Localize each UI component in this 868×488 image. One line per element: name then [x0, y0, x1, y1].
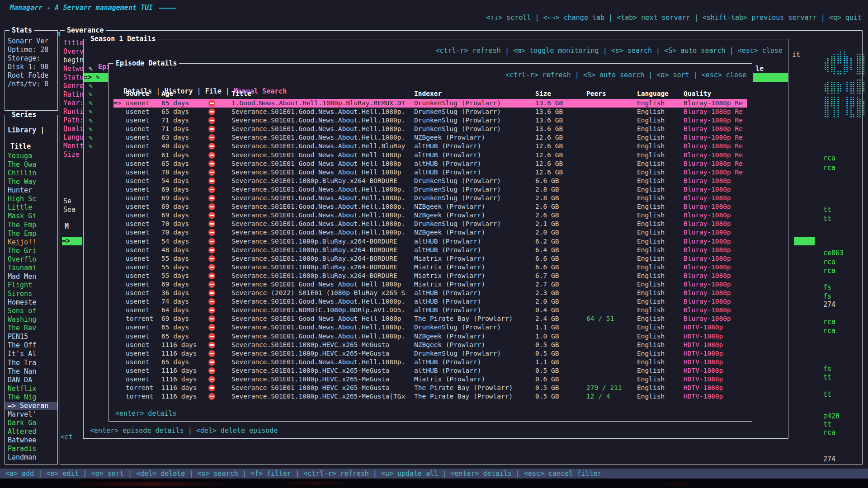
release-row[interactable]: usenet 61 days Severance.S01E01 Good New…	[113, 151, 747, 160]
series-list-item[interactable]: The Nan	[5, 367, 57, 376]
series-list-item[interactable]: Washing	[5, 315, 57, 324]
release-row[interactable]: usenet 55 days Severance.S01E01.1080p.Bl…	[113, 272, 747, 280]
series-list-item[interactable]: Dark Ga	[5, 419, 57, 427]
release-peers	[586, 228, 637, 237]
header-peers[interactable]: Peers	[586, 90, 637, 97]
series-list-item[interactable]: High Sc	[5, 195, 57, 203]
series-list-item[interactable]: Overflo	[5, 255, 57, 264]
series-list-item[interactable]: Landman	[5, 453, 57, 462]
release-row[interactable]: torrent 1116 days Severance.S01E01.1080p…	[113, 392, 747, 401]
series-list-item[interactable]: The Off	[5, 341, 57, 350]
series-list-item[interactable]: The Gri	[5, 247, 57, 255]
release-row[interactable]: usenet 55 days Severance.S01E01.1080p.Bl…	[113, 254, 747, 263]
series-list-item[interactable]: Little	[5, 203, 57, 212]
series-list-item[interactable]: The Way	[5, 178, 57, 186]
rejected-icon	[208, 108, 215, 115]
series-list-item[interactable]: Homeste	[5, 298, 57, 307]
series-list-item[interactable]: Mask Gi	[5, 212, 57, 221]
release-row[interactable]: usenet 63 days Severance.S01E01.Good.New…	[113, 133, 747, 142]
series-list-item[interactable]: The Tra	[5, 359, 57, 367]
release-source: usenet	[126, 228, 161, 237]
release-row[interactable]: usenet 65 days Severance.S01E01.Good.New…	[113, 323, 747, 332]
release-peers	[586, 237, 637, 246]
series-list-item[interactable]: DAN DA	[5, 376, 57, 385]
release-row[interactable]: usenet 70 days Severance.S01E01.Good.New…	[113, 228, 747, 237]
series-list-item[interactable]: Chillin	[5, 169, 57, 178]
header-title[interactable]: Title	[229, 90, 414, 97]
release-row[interactable]: usenet 78 days Severance.S01E01 Good New…	[113, 168, 747, 177]
series-list-item[interactable]: Netflix	[5, 385, 57, 393]
release-peers	[586, 272, 637, 280]
series-list-item[interactable]: Batwhee	[5, 436, 57, 445]
release-peers	[586, 323, 637, 332]
release-row[interactable]: torrent 69 days Severance S01E01 Good Ne…	[113, 314, 747, 323]
selection-marker	[113, 254, 126, 263]
release-row[interactable]: usenet 69 days Severance.S01E01.Good.New…	[113, 194, 747, 202]
series-list-item[interactable]: Sons of	[5, 307, 57, 315]
release-language: English	[637, 280, 684, 289]
release-row[interactable]: usenet 55 days Severance.S01E01.1080p.Bl…	[113, 263, 747, 272]
series-list-item[interactable]: Tsunami	[5, 264, 57, 272]
release-source: torrent	[126, 314, 161, 323]
series-list-item[interactable]: The Nig	[5, 393, 57, 402]
release-row[interactable]: usenet 54 days Severance.S01E01.1080p.Bl…	[113, 237, 747, 246]
release-row[interactable]: usenet 65 days Severance.S01E01.Good.New…	[113, 358, 747, 366]
series-list-item[interactable]: Flight	[5, 281, 57, 290]
release-row[interactable]: usenet 64 days Severance.S01E01.NORDiC.1…	[113, 306, 747, 314]
release-rejected-cell	[207, 332, 229, 341]
release-title: Severance.S01E01.Good.News.About.Hell.10…	[229, 220, 414, 228]
release-row[interactable]: usenet 36 days Severance (2022) S01E01 (…	[113, 289, 747, 297]
series-list-item[interactable]: Mad Men	[5, 272, 57, 281]
release-row[interactable]: usenet 71 days Severance.S01E01.Good.New…	[113, 116, 747, 125]
release-row[interactable]: usenet 69 days Severance.S01E01.Good.New…	[113, 202, 747, 211]
series-list-item[interactable]: The Emp	[5, 230, 57, 238]
release-row[interactable]: usenet 65 days Severance.S01E01.Good.New…	[113, 108, 747, 116]
app-title: Managarr - A Servarr management TUI	[10, 4, 153, 12]
release-row[interactable]: usenet 65 days Severance.S01E01.Good.New…	[113, 332, 747, 341]
release-indexer: DrunkenSlug (Prowlarr)	[414, 220, 535, 228]
header-age[interactable]: Age	[161, 90, 207, 97]
header-source[interactable]: Source	[126, 90, 161, 97]
series-list-item[interactable]: Sirens	[5, 290, 57, 298]
series-list-item[interactable]: The Qwa	[5, 160, 57, 169]
release-row[interactable]: usenet 69 days Severance.S01E01.Good.New…	[113, 185, 747, 194]
header-quality[interactable]: Quality	[684, 90, 747, 97]
release-peers	[586, 151, 637, 160]
poster-art-line: ⠿⠸⠇⠘⠷⠿⠃	[824, 111, 868, 119]
release-row[interactable]: usenet 1116 days Severance.S01E01.1080p.…	[113, 349, 747, 358]
release-row[interactable]: usenet 70 days Severance.S01E01.Good.New…	[113, 220, 747, 228]
release-row[interactable]: usenet 54 days Severance.S01E01.1080p.Bl…	[113, 177, 747, 185]
header-indexer[interactable]: Indexer	[414, 90, 535, 97]
release-row[interactable]: usenet 65 days Severance.S01E01 Good New…	[113, 160, 747, 168]
series-list-item[interactable]: Paradis	[5, 445, 57, 453]
series-list-item[interactable]: Marvel'	[5, 410, 57, 419]
series-list-item[interactable]: Yosuga	[5, 152, 57, 160]
series-list: YosugaThe QwaChillinThe WayHunterHigh Sc…	[5, 152, 57, 462]
release-row[interactable]: usenet 69 days Severance.S01E01.Good.New…	[113, 211, 747, 220]
series-list-item[interactable]: The Rev	[5, 324, 57, 333]
header-size[interactable]: Size	[535, 90, 586, 97]
series-list-item[interactable]: The Emp	[5, 221, 57, 230]
header-language[interactable]: Language	[637, 90, 684, 97]
release-row[interactable]: usenet 48 days Severance.S01E01.1080p.Bl…	[113, 246, 747, 254]
release-row[interactable]: usenet 40 days Severance.S01E01.Good.New…	[113, 142, 747, 150]
release-title: Severance.S01E01.1080p.HEVC.x265-MeGusta…	[229, 392, 414, 401]
series-list-item[interactable]: It's Al	[5, 350, 57, 358]
release-title: Severance.S01E01.Good.News.About.Hell.10…	[229, 116, 414, 125]
series-list-item[interactable]: Keijo!!	[5, 238, 57, 247]
release-indexer: DrunkenSlug (Prowlarr)	[414, 185, 535, 194]
series-list-item[interactable]: => Severan	[5, 402, 57, 410]
series-list-item[interactable]: Hunter	[5, 186, 57, 195]
series-list-item[interactable]: Altered	[5, 427, 57, 436]
release-row[interactable]: usenet 1116 days Severance.S01E01.1080p.…	[113, 375, 747, 384]
release-row[interactable]: usenet 74 days Severance.S01E01.Good.New…	[113, 297, 747, 306]
release-row[interactable]: torrent 1116 days Severance S01E01 1080p…	[113, 384, 747, 392]
release-row[interactable]: usenet 1116 days Severance.S01E01.1080p.…	[113, 341, 747, 349]
release-quality: Bluray-1080p	[684, 272, 747, 280]
release-size: 12.6 GB	[535, 151, 586, 160]
release-row[interactable]: usenet 71 days Severance.S01E01.Good.New…	[113, 125, 747, 133]
release-row[interactable]: usenet 69 days Severance S01E01 Good New…	[113, 280, 747, 289]
release-row[interactable]: usenet 1116 days Severance.S01E01.1080p.…	[113, 366, 747, 375]
release-row[interactable]: => usenet 65 days 1.Good.News.About.Hell…	[113, 99, 747, 108]
series-list-item[interactable]: PEN15	[5, 333, 57, 341]
